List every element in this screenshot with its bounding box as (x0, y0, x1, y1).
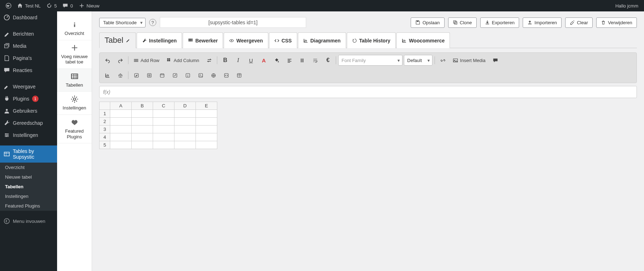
tab-woocommerce[interactable]: Woocommerce (396, 32, 450, 48)
site-home-link[interactable]: Test NL (14, 0, 44, 11)
add-column-button[interactable]: Add Column (164, 55, 202, 66)
row-header[interactable]: 3 (100, 126, 110, 133)
fill-color-button[interactable] (271, 55, 282, 66)
cell[interactable] (196, 133, 217, 141)
font-family-select[interactable]: Font Family (338, 55, 402, 66)
cell[interactable] (132, 126, 153, 133)
submenu-overview[interactable]: Overzicht (0, 163, 57, 172)
tab-css[interactable]: CSS (269, 32, 297, 48)
default-select[interactable]: Default (404, 55, 432, 66)
italic-button[interactable]: I (232, 55, 244, 66)
cell[interactable] (153, 141, 174, 149)
cell[interactable] (110, 110, 132, 118)
help-icon[interactable]: ? (149, 19, 156, 26)
sidebar-item-comments[interactable]: Reacties (0, 64, 57, 76)
cell[interactable] (196, 141, 217, 149)
plugin-nav-add-new[interactable]: Voeg nieuwe tabel toe (57, 40, 92, 69)
toolbar-edit-cell-button[interactable] (131, 70, 142, 81)
submenu-featured[interactable]: Featured Plugins (0, 201, 57, 211)
wp-logo-icon[interactable] (3, 0, 14, 11)
tab-history[interactable]: Table History (347, 32, 396, 48)
cell[interactable] (174, 110, 196, 118)
col-header[interactable]: A (110, 102, 132, 110)
cell[interactable] (110, 133, 132, 141)
submenu-settings[interactable]: Instellingen (0, 191, 57, 201)
comments-link[interactable]: 0 (60, 0, 76, 11)
undo-button[interactable] (102, 55, 113, 66)
plugin-nav-settings[interactable]: Instellingen (57, 92, 92, 115)
cell[interactable] (132, 118, 153, 126)
link-button[interactable] (437, 55, 448, 66)
plugin-nav-tables[interactable]: Tabellen (57, 69, 92, 92)
col-header[interactable]: C (153, 102, 174, 110)
comment-button[interactable] (490, 55, 501, 66)
sidebar-item-media[interactable]: Media (0, 40, 57, 52)
toolbar-chart-button[interactable] (102, 70, 113, 81)
toolbar-code-block-button[interactable] (220, 70, 232, 81)
align-vertical-button[interactable] (296, 55, 308, 66)
cell[interactable] (174, 141, 196, 149)
text-color-button[interactable]: A (258, 55, 269, 66)
sidebar-item-dashboard[interactable]: Dashboard (0, 11, 57, 24)
cell[interactable] (174, 126, 196, 133)
cell[interactable] (110, 118, 132, 126)
tab-table[interactable]: Tabel (99, 32, 136, 48)
toolbar-image-button[interactable] (195, 70, 206, 81)
cell[interactable] (153, 133, 174, 141)
submenu-tables[interactable]: Tabellen (0, 182, 57, 191)
bold-button[interactable]: B (219, 55, 231, 66)
cell[interactable] (153, 126, 174, 133)
tab-view[interactable]: Weergeven (224, 32, 268, 48)
save-button[interactable]: Opslaan (411, 17, 444, 28)
tab-editor[interactable]: Bewerker (183, 32, 223, 48)
cell[interactable] (153, 110, 174, 118)
tab-settings[interactable]: Instellingen (137, 32, 182, 48)
sidebar-item-pages[interactable]: Pagina's (0, 52, 57, 64)
clone-button[interactable]: Clone (448, 17, 477, 28)
sidebar-item-appearance[interactable]: Weergave (0, 81, 57, 93)
clear-button[interactable]: Clear (565, 17, 593, 28)
row-header[interactable]: 4 (100, 133, 110, 141)
toolbar-calendar-button[interactable] (156, 70, 168, 81)
cell[interactable] (132, 133, 153, 141)
delete-button[interactable]: Verwijderen (596, 17, 637, 28)
add-row-button[interactable]: Add Row (131, 55, 162, 66)
cell[interactable] (174, 118, 196, 126)
cell[interactable] (132, 110, 153, 118)
shortcode-display[interactable]: [supsystic-tables id=1] (160, 17, 306, 28)
sidebar-item-tools[interactable]: Gereedschap (0, 117, 57, 129)
redo-button[interactable] (115, 55, 126, 66)
plugin-nav-overview[interactable]: Overzicht (57, 17, 92, 40)
formula-bar[interactable]: f(x) (99, 86, 637, 98)
currency-button[interactable]: € (322, 55, 334, 66)
plugin-nav-featured[interactable]: Featured Plugins (57, 115, 92, 143)
toolbar-table-button[interactable] (233, 70, 245, 81)
sidebar-item-users[interactable]: Gebruikers (0, 105, 57, 117)
row-header[interactable]: 1 (100, 110, 110, 118)
toolbar-balance-button[interactable] (115, 70, 126, 81)
align-left-button[interactable] (284, 55, 295, 66)
user-greeting[interactable]: Hallo jcmm (613, 0, 641, 11)
shortcode-type-dropdown[interactable]: Table Shortcode (99, 18, 146, 27)
wrap-text-button[interactable] (309, 55, 321, 66)
row-header[interactable]: 5 (100, 141, 110, 149)
collapse-menu-button[interactable]: Menu invouwen (0, 215, 57, 227)
toolbar-globe-button[interactable] (208, 70, 219, 81)
toolbar-list-button[interactable] (143, 70, 155, 81)
sidebar-item-settings[interactable]: Instellingen (0, 129, 57, 141)
toolbar-expand-button[interactable] (169, 70, 181, 81)
toolbar-info-button[interactable] (182, 70, 193, 81)
row-header[interactable]: 2 (100, 118, 110, 126)
updates-link[interactable]: 5 (44, 0, 60, 11)
cell[interactable] (132, 141, 153, 149)
cell[interactable] (110, 126, 132, 133)
tab-diagrams[interactable]: Diagrammen (298, 32, 346, 48)
import-button[interactable]: Importeren (523, 17, 562, 28)
corner-cell[interactable] (100, 102, 110, 110)
new-content-link[interactable]: Nieuw (76, 0, 102, 11)
cell[interactable] (196, 110, 217, 118)
cell[interactable] (153, 118, 174, 126)
sidebar-item-plugins[interactable]: Plugins1 (0, 93, 57, 105)
swap-button[interactable] (203, 55, 215, 66)
underline-button[interactable]: U (245, 55, 257, 66)
